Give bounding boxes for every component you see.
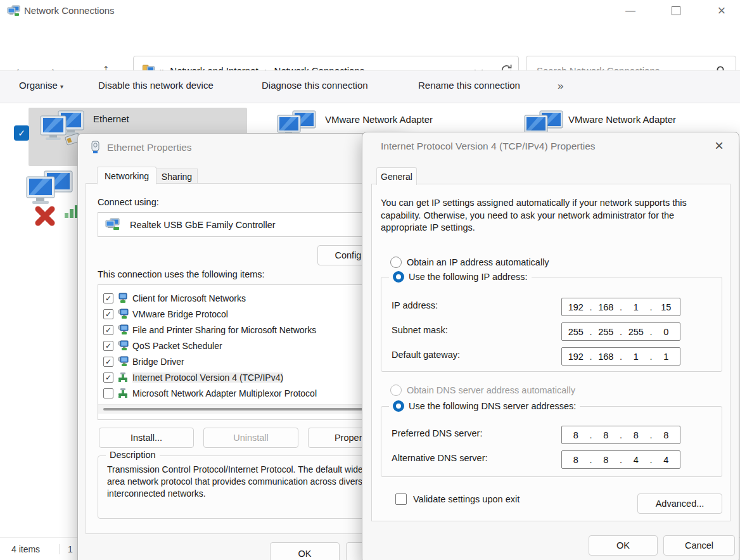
use-ip-group: Use the following IP address: IP address… — [381, 277, 722, 372]
item-checkbox[interactable]: ✓ — [103, 293, 113, 303]
tab-networking[interactable]: Networking — [97, 167, 156, 184]
cancel-button[interactable]: Cancel — [663, 535, 735, 556]
install-button[interactable]: Install... — [99, 428, 194, 448]
advanced-button[interactable]: Advanced... — [637, 493, 722, 514]
vmware-adapter-1-label[interactable]: VMware Network Adapter — [325, 114, 433, 125]
subnet-mask-field[interactable]: 255. 255. 255. 0 — [561, 322, 680, 341]
minimize-button[interactable]: — — [616, 0, 645, 22]
validate-checkbox-row[interactable]: ✓ Validate settings upon exit — [395, 493, 520, 505]
rename-connection-button[interactable]: Rename this connection — [418, 80, 520, 91]
item-checkbox[interactable]: ✓ — [103, 388, 113, 398]
ipv4-properties-dialog: Internet Protocol Version 4 (TCP/IPv4) P… — [362, 132, 739, 560]
disconnected-x-icon — [38, 209, 52, 223]
client-icon — [117, 293, 129, 303]
ethernet-item-label[interactable]: Ethernet — [93, 113, 129, 124]
maximize-button[interactable] — [661, 0, 691, 22]
toolbar-overflow-chevron[interactable]: » — [558, 80, 563, 92]
organise-menu[interactable]: Organise ▾ — [19, 80, 63, 91]
obtain-dns-radio — [390, 385, 402, 396]
adapter-device-icon — [91, 141, 100, 155]
list-item[interactable]: ✓ File and Printer Sharing for Microsoft… — [98, 322, 386, 338]
default-gateway-field[interactable]: 192. 168. 1. 1 — [561, 347, 680, 366]
organise-dropdown-icon: ▾ — [60, 83, 63, 90]
ok-button[interactable]: OK — [270, 542, 340, 560]
list-item[interactable]: ✓ Internet Protocol Version 4 (TCP/IPv4) — [98, 369, 386, 385]
command-toolbar: Organise ▾ Disable this network device D… — [0, 70, 740, 103]
close-icon[interactable]: × — [715, 137, 724, 155]
status-separator — [60, 544, 60, 554]
window-title: Network Connections — [24, 5, 115, 16]
obtain-ip-radio-row[interactable]: Obtain an IP address automatically — [390, 257, 549, 268]
tab-general[interactable]: General — [376, 167, 417, 185]
list-item[interactable]: ✓ Microsoft Network Adapter Multiplexor … — [98, 385, 386, 401]
uninstall-button[interactable]: Uninstall — [203, 428, 298, 448]
preferred-dns-label: Preferred DNS server: — [392, 428, 482, 438]
obtain-dns-radio-row: Obtain DNS server address automatically — [390, 385, 575, 396]
diagnose-connection-button[interactable]: Diagnose this connection — [262, 80, 368, 91]
adapter-box: Realtek USB GbE Family Controller — [98, 212, 387, 237]
ethernet-selected-checkbox[interactable]: ✓ — [14, 125, 29, 141]
item-checkbox[interactable]: ✓ — [103, 372, 113, 383]
network-connections-window: Network Connections — × ← → ↑ « Network … — [0, 0, 740, 560]
app-icon — [7, 5, 21, 17]
protocol-icon — [117, 388, 129, 398]
list-item[interactable]: ✓ VMware Bridge Protocol — [98, 306, 386, 322]
obtain-ip-radio[interactable] — [390, 257, 402, 268]
item-count: 4 items — [11, 544, 40, 554]
use-dns-group: Use the following DNS server addresses: … — [381, 406, 722, 477]
item-checkbox[interactable]: ✓ — [103, 357, 113, 367]
window-titlebar: Network Connections — × — [0, 0, 740, 22]
connection-items-heading: This connection uses the following items… — [98, 269, 265, 279]
service-icon — [117, 356, 129, 367]
alternative-dns-field[interactable]: 8. 8. 4. 4 — [561, 450, 680, 469]
selection-count: 1 — [68, 544, 73, 554]
alternative-dns-label: Alternative DNS server: — [392, 453, 488, 463]
horizontal-scrollbar[interactable] — [98, 404, 386, 414]
dialog-title: Ethernet Properties — [107, 142, 192, 153]
use-dns-radio[interactable] — [393, 400, 404, 412]
default-gateway-label: Default gateway: — [392, 350, 460, 360]
ip-address-label: IP address: — [392, 300, 438, 310]
description-heading: Description — [110, 450, 156, 460]
description-text: Transmission Control Protocol/Internet P… — [98, 456, 385, 500]
connection-items-list[interactable]: ✓ Client for Microsoft Networks ✓ VMware… — [98, 284, 387, 420]
intro-text: You can get IP settings assigned automat… — [381, 197, 718, 234]
service-icon — [117, 309, 129, 319]
item-checkbox[interactable]: ✓ — [103, 309, 113, 319]
list-item[interactable]: ✓ Bridge Driver — [98, 353, 386, 369]
ok-button[interactable]: OK — [589, 535, 658, 556]
connect-using-label: Connect using: — [98, 197, 159, 207]
item-checkbox[interactable]: ✓ — [103, 325, 113, 335]
list-item[interactable]: ✓ QoS Packet Scheduler — [98, 338, 386, 353]
item-checkbox[interactable]: ✓ — [103, 341, 113, 351]
description-group: Description Transmission Control Protoco… — [98, 455, 386, 519]
ip-address-field[interactable]: 192. 168. 1. 15 — [561, 298, 680, 316]
dialog-title: Internet Protocol Version 4 (TCP/IPv4) P… — [381, 141, 596, 152]
adapter-icon — [105, 218, 121, 232]
protocol-icon — [117, 372, 129, 383]
subnet-mask-label: Subnet mask: — [392, 325, 448, 335]
use-ip-radio[interactable] — [393, 271, 404, 283]
close-button[interactable]: × — [707, 0, 736, 22]
service-icon — [117, 340, 129, 351]
ethernet-properties-dialog: Ethernet Properties Networking Sharing C… — [77, 133, 407, 560]
service-icon — [117, 324, 129, 335]
adapter-name: Realtek USB GbE Family Controller — [130, 220, 276, 230]
vmware-adapter-2-label[interactable]: VMware Network Adapter — [568, 114, 676, 125]
disable-device-button[interactable]: Disable this network device — [98, 80, 214, 91]
preferred-dns-field[interactable]: 8. 8. 8. 8 — [561, 426, 680, 444]
validate-checkbox[interactable]: ✓ — [395, 493, 407, 505]
list-item[interactable]: ✓ Client for Microsoft Networks — [98, 290, 386, 306]
navigation-bar: ← → ↑ « Network and Internet › Network C… — [0, 22, 740, 70]
